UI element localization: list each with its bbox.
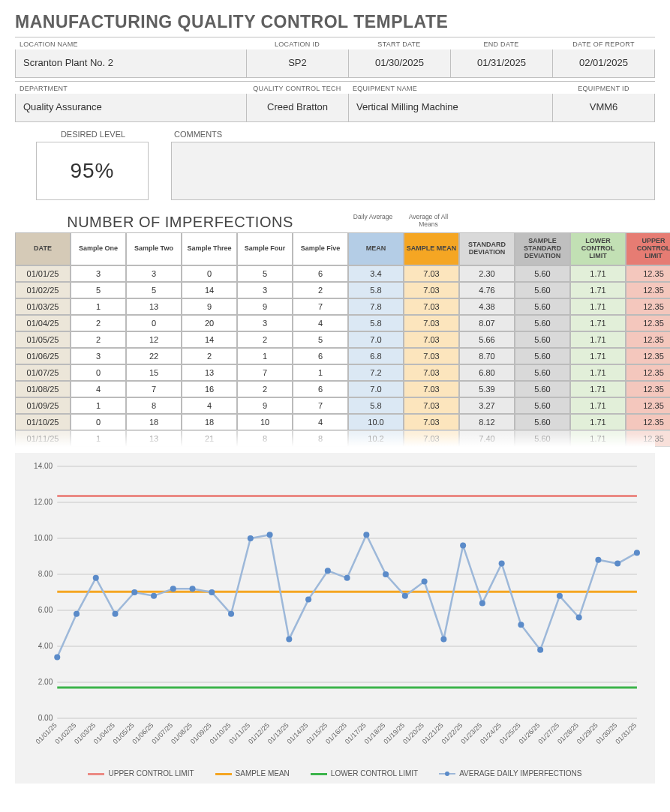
cell: 7.03 [404,282,459,298]
chart-legend: UPPER CONTROL LIMIT SAMPLE MEAN LOWER CO… [26,762,644,778]
svg-point-21 [93,575,99,581]
cell: 5.8 [348,315,404,331]
table-row: 01/09/25184975.87.033.275.601.7112.35 [15,397,670,414]
cell: 1.71 [570,430,626,447]
cell: 5.8 [348,397,404,414]
cell: 13 [126,298,182,315]
value-equipment-id: VMM6 [552,94,655,122]
cell: 2 [182,348,237,364]
cell: 6 [293,381,348,397]
cell: 18 [182,414,237,430]
cell: 6 [293,348,348,364]
table-row: 01/05/2521214257.07.035.665.601.7112.35 [15,331,670,348]
th-sample2: Sample Two [126,232,182,265]
cell: 5 [237,265,293,282]
cell: 1.71 [570,348,626,364]
cell: 5 [126,282,182,298]
svg-text:0.00: 0.00 [38,714,53,722]
cell: 0 [71,364,126,381]
cell: 14 [182,282,237,298]
cell: 12.35 [626,315,670,331]
svg-text:12.00: 12.00 [34,498,53,506]
cell: 5.8 [348,282,404,298]
value-desired-level: 95% [36,142,149,200]
cell: 18 [126,414,182,430]
svg-point-34 [344,575,350,581]
cell: 7.2 [348,364,404,381]
table-row: 01/10/250181810410.07.038.125.601.7112.3… [15,414,670,430]
svg-point-29 [248,535,254,541]
cell: 1.71 [570,298,626,315]
cell: 7 [237,364,293,381]
svg-point-19 [54,654,60,660]
cell: 7.03 [404,364,459,381]
cell: 4.76 [459,282,515,298]
label-department: DEPARTMENT [15,82,246,94]
value-report-date: 02/01/2025 [552,49,655,78]
cell: 16 [182,381,237,397]
cell: 13 [182,364,237,381]
svg-text:6.00: 6.00 [38,606,53,614]
comments-field[interactable] [171,142,655,200]
cell: 8.70 [459,348,515,364]
cell: 1.71 [570,381,626,397]
svg-point-35 [363,532,369,538]
cell: 2 [71,331,126,348]
control-chart-box: 0.002.004.006.008.0010.0012.0014.0001/01… [15,453,655,784]
svg-point-43 [518,622,524,628]
label-desired-level: DESIRED LEVEL [36,128,150,142]
cell: 3.4 [348,265,404,282]
svg-point-20 [74,611,80,617]
svg-point-41 [479,600,485,606]
cell: 1 [237,348,293,364]
cell: 3 [237,315,293,331]
cell: 5.60 [515,315,570,331]
cell: 7.03 [404,348,459,364]
cell: 5 [71,282,126,298]
svg-point-38 [422,579,428,585]
cell: 7 [293,298,348,315]
cell: 12.35 [626,331,670,348]
th-sample5: Sample Five [293,232,348,265]
cell: 21 [182,430,237,447]
label-qc-tech: QUALITY CONTROL TECH [246,82,348,94]
label-location-id: LOCATION ID [246,37,348,49]
th-lcl: LOWER CONTROL LIMIT [570,232,626,265]
svg-point-33 [325,568,331,574]
svg-point-39 [440,636,446,642]
svg-text:4.00: 4.00 [38,642,53,650]
cell: 01/01/25 [15,265,71,282]
svg-point-22 [113,611,119,617]
caption-all-means: Average of All Means [401,213,456,228]
cell: 10.2 [348,430,404,447]
svg-point-24 [151,593,157,599]
svg-text:10.00: 10.00 [34,534,53,542]
control-chart: 0.002.004.006.008.0010.0012.0014.0001/01… [26,462,644,762]
meta-row-1: LOCATION NAME Scranton Plant No. 2 LOCAT… [15,37,655,78]
cell: 7.03 [404,430,459,447]
table-header-row: DATE Sample One Sample Two Sample Three … [15,232,670,265]
svg-text:2.00: 2.00 [38,678,53,686]
svg-point-30 [267,532,273,538]
cell: 10.0 [348,414,404,430]
cell: 9 [182,298,237,315]
cell: 5.60 [515,364,570,381]
cell: 13 [126,430,182,447]
cell: 2 [293,282,348,298]
cell: 12.35 [626,430,670,447]
label-start-date: START DATE [348,37,450,49]
cell: 8 [126,397,182,414]
cell: 2 [71,315,126,331]
cell: 4 [293,414,348,430]
cell: 15 [126,364,182,381]
cell: 7.03 [404,414,459,430]
value-equipment-name: Vertical Milling Machine [348,94,552,122]
cell: 4 [71,381,126,397]
cell: 12 [126,331,182,348]
cell: 1 [71,430,126,447]
legend-avg: AVERAGE DAILY IMPERFECTIONS [439,769,581,778]
svg-point-27 [209,589,215,595]
table-row: 01/03/251139977.87.034.385.601.7112.35 [15,298,670,315]
cell: 1.71 [570,282,626,298]
cell: 7.40 [459,430,515,447]
